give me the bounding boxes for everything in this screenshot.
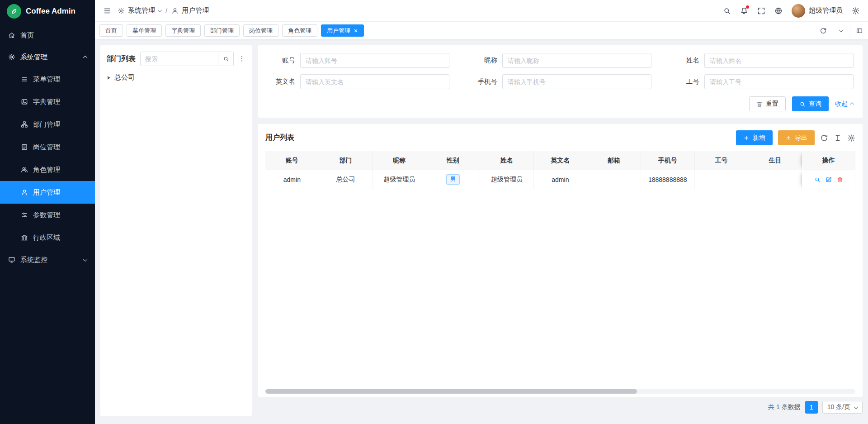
column-header[interactable]: 账号: [265, 151, 319, 170]
search-icon: [799, 101, 806, 107]
account-input[interactable]: [300, 53, 449, 68]
tree-expand-icon[interactable]: [108, 76, 110, 80]
tab-label: 部门管理: [210, 27, 234, 35]
sidebar-item-post-management[interactable]: 岗位管理: [0, 136, 95, 158]
sidebar-item-menu-management[interactable]: 菜单管理: [0, 68, 95, 91]
edit-row-icon[interactable]: [826, 176, 832, 183]
sidebar-item-home[interactable]: 首页: [0, 24, 95, 46]
refresh-table-icon[interactable]: [820, 134, 828, 142]
search-icon[interactable]: [723, 7, 731, 15]
column-header-actions: 操作: [802, 151, 855, 170]
region-icon: [21, 234, 28, 241]
dictionary-icon: [21, 98, 28, 105]
sidebar-item-param-management[interactable]: 参数管理: [0, 204, 95, 226]
delete-row-icon[interactable]: [837, 176, 843, 183]
english-name-input[interactable]: [300, 74, 449, 89]
add-button-label: 新增: [753, 134, 765, 142]
gear-icon: [118, 7, 125, 14]
field-job-number: 工号: [671, 74, 854, 89]
sidebar-item-role-management[interactable]: 角色管理: [0, 158, 95, 181]
sidebar-item-system-monitor[interactable]: 系统监控: [0, 249, 95, 271]
phone-input[interactable]: [502, 74, 651, 89]
nickname-input[interactable]: [502, 53, 651, 68]
cell-gender: 男: [426, 170, 480, 189]
cell-department: 总公司: [319, 170, 373, 189]
tab-role-management[interactable]: 角色管理: [282, 24, 317, 37]
tab-menu-management[interactable]: 菜单管理: [127, 24, 162, 37]
search-form-actions: 重置 查询 收起: [267, 96, 854, 111]
name-input[interactable]: [704, 53, 854, 68]
column-header[interactable]: 性别: [426, 151, 480, 170]
sidebar-item-region-management[interactable]: 行政区域: [0, 226, 95, 249]
column-header[interactable]: 工号: [695, 151, 749, 170]
page-size-select[interactable]: 10 条/页: [822, 401, 863, 414]
breadcrumb-separator: /: [165, 7, 167, 14]
notification-bell-icon[interactable]: [740, 7, 748, 15]
job-number-input[interactable]: [704, 74, 854, 89]
refresh-icon[interactable]: [814, 22, 832, 39]
export-button[interactable]: 导出: [778, 130, 815, 145]
sidebar-item-label: 字典管理: [33, 98, 60, 106]
column-settings-icon[interactable]: [834, 134, 842, 142]
fullscreen-icon[interactable]: [757, 7, 765, 15]
user-menu[interactable]: 超级管理员: [792, 4, 843, 18]
chevron-up-icon: [850, 102, 854, 107]
add-user-button[interactable]: 新增: [736, 130, 773, 145]
main-area: 系统管理 / 用户管理 超级管理员: [95, 0, 868, 424]
app-root: Coffee Admin 首页 系统管理 菜单管理 字典管理: [0, 0, 868, 424]
breadcrumb-item-system[interactable]: 系统管理: [128, 6, 155, 15]
download-icon: [785, 135, 792, 141]
sidebar-item-label: 系统监控: [20, 256, 47, 264]
chevron-down-icon: [158, 8, 162, 12]
column-header[interactable]: 部门: [319, 151, 373, 170]
logo[interactable]: Coffee Admin: [0, 0, 95, 23]
tree-node-head-office[interactable]: 总公司: [107, 72, 245, 83]
query-button[interactable]: 查询: [792, 96, 829, 111]
sidebar-item-system-management[interactable]: 系统管理: [0, 46, 95, 68]
settings-gear-icon[interactable]: [852, 7, 860, 15]
table-config-gear-icon[interactable]: [847, 134, 855, 142]
sidebar-item-label: 用户管理: [33, 188, 60, 197]
trash-icon: [756, 101, 763, 107]
column-header[interactable]: 昵称: [373, 151, 426, 170]
column-header[interactable]: 手机号: [641, 151, 695, 170]
layout-icon[interactable]: [850, 22, 868, 39]
tab-home[interactable]: 首页: [99, 24, 123, 37]
pagination: 共 1 条数据 1 10 条/页: [258, 399, 863, 416]
user-icon: [21, 189, 28, 196]
column-header[interactable]: 姓名: [480, 151, 534, 170]
collapse-form-link[interactable]: 收起: [835, 100, 854, 108]
department-search-button[interactable]: [218, 52, 233, 66]
tab-department-management[interactable]: 部门管理: [204, 24, 240, 37]
horizontal-scrollbar-thumb[interactable]: [265, 389, 637, 394]
tab-label: 角色管理: [288, 27, 311, 35]
column-header[interactable]: 生日: [748, 151, 802, 170]
sidebar-item-department-management[interactable]: 部门管理: [0, 113, 95, 136]
tab-post-management[interactable]: 岗位管理: [243, 24, 278, 37]
page-size-value: 10 条/页: [827, 403, 850, 411]
department-search-input[interactable]: [141, 55, 218, 62]
sidebar-item-user-management[interactable]: 用户管理: [0, 181, 95, 204]
sidebar-item-label: 菜单管理: [33, 75, 60, 84]
reset-button[interactable]: 重置: [749, 96, 786, 111]
collapse-sidebar-icon[interactable]: [103, 7, 111, 15]
tab-dictionary-management[interactable]: 字典管理: [165, 24, 201, 37]
column-header[interactable]: 邮箱: [587, 151, 641, 170]
close-icon[interactable]: [354, 29, 358, 33]
pagination-page-1[interactable]: 1: [805, 401, 818, 414]
translate-icon[interactable]: [774, 7, 783, 15]
department-search: [140, 52, 234, 66]
sidebar-menu: 首页 系统管理 菜单管理 字典管理 部门管理: [0, 23, 95, 424]
cell-phone: 18888888888: [641, 170, 695, 189]
breadcrumb-item-user: 用户管理: [182, 6, 209, 15]
view-row-icon[interactable]: [814, 176, 821, 183]
tab-user-management[interactable]: 用户管理: [321, 24, 364, 37]
cell-nickname: 超级管理员: [373, 170, 426, 189]
tab-actions-dropdown[interactable]: [832, 22, 850, 39]
reset-button-label: 重置: [766, 100, 778, 108]
table-row[interactable]: admin 总公司 超级管理员 男 超级管理员 admin 1888888888…: [265, 170, 855, 189]
sidebar-item-label: 首页: [20, 31, 34, 40]
column-header[interactable]: 英文名: [534, 151, 588, 170]
department-more-menu-icon[interactable]: [238, 55, 245, 62]
sidebar-item-dictionary-management[interactable]: 字典管理: [0, 91, 95, 113]
